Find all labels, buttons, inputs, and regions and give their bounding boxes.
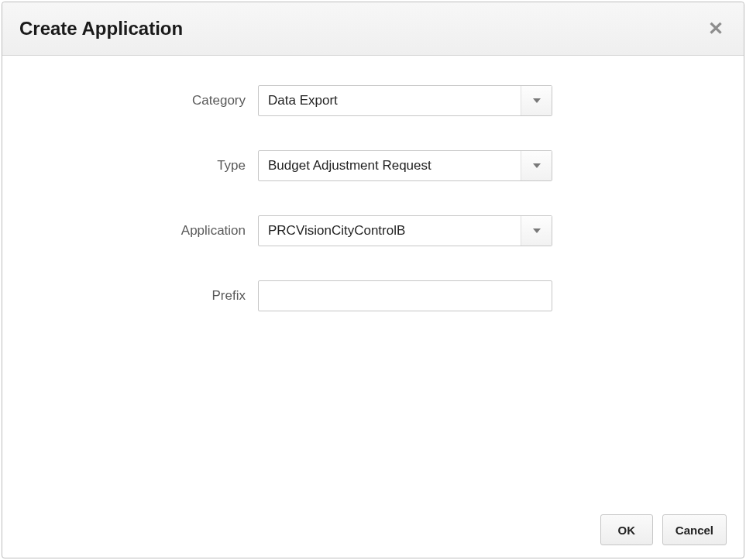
dialog-header: Create Application ✕	[2, 2, 744, 56]
row-type: Type Budget Adjustment Request	[18, 150, 728, 181]
dropdown-category[interactable]: Data Export	[258, 85, 552, 116]
create-application-dialog: Create Application ✕ Category Data Expor…	[2, 2, 744, 558]
dropdown-type-arrow[interactable]	[521, 151, 552, 180]
label-type: Type	[18, 158, 258, 173]
dialog-body: Category Data Export Type Budget Adjustm…	[2, 56, 744, 502]
dropdown-type-value: Budget Adjustment Request	[259, 158, 521, 173]
chevron-down-icon	[533, 98, 541, 103]
dropdown-application-value: PRCVisionCityControlB	[259, 223, 521, 239]
label-application: Application	[18, 223, 258, 239]
row-application: Application PRCVisionCityControlB	[18, 215, 728, 246]
label-category: Category	[18, 93, 258, 108]
chevron-down-icon	[533, 163, 541, 168]
label-prefix: Prefix	[18, 288, 258, 304]
dropdown-application[interactable]: PRCVisionCityControlB	[258, 215, 552, 246]
chevron-down-icon	[533, 228, 541, 233]
row-category: Category Data Export	[18, 85, 728, 116]
dialog-title: Create Application	[19, 18, 183, 40]
dropdown-type[interactable]: Budget Adjustment Request	[258, 150, 552, 181]
prefix-input[interactable]	[258, 280, 552, 311]
dialog-footer: OK Cancel	[2, 502, 744, 558]
ok-button[interactable]: OK	[600, 514, 653, 545]
dropdown-application-arrow[interactable]	[521, 216, 552, 246]
dropdown-category-arrow[interactable]	[521, 86, 552, 115]
close-icon[interactable]: ✕	[705, 16, 727, 41]
row-prefix: Prefix	[18, 280, 728, 311]
cancel-button[interactable]: Cancel	[662, 514, 727, 545]
dropdown-category-value: Data Export	[259, 93, 521, 108]
